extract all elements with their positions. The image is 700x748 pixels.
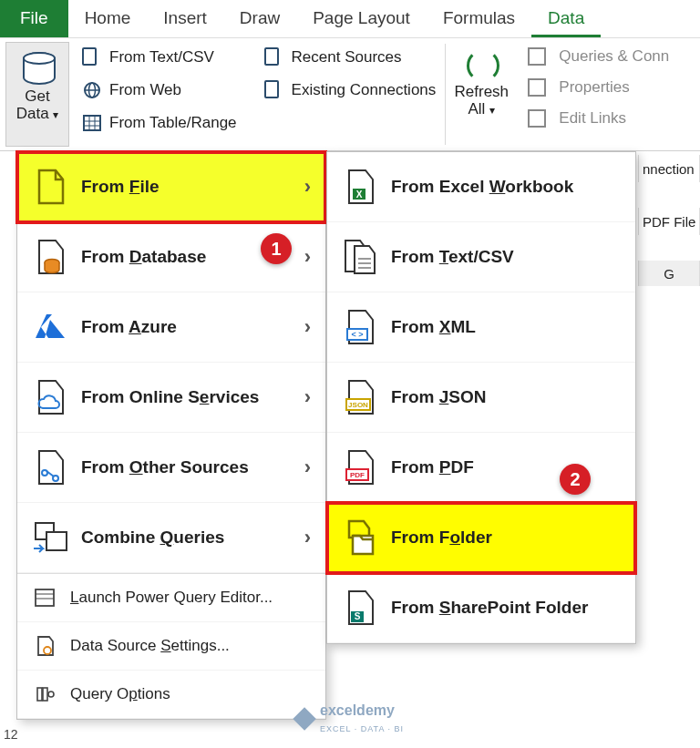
watermark-brand: exceldemy (320, 702, 395, 718)
menu-from-file-label: From File (81, 177, 160, 197)
watermark: exceldemy EXCEL · DATA · BI (296, 702, 404, 735)
ribbon: Get Data ▾ From Text/CSV From Web From T… (0, 38, 700, 151)
svg-text:S: S (355, 611, 361, 621)
from-table-range-button[interactable]: From Table/Range (77, 109, 242, 137)
submenu-from-excel-workbook[interactable]: X From Excel Workbook (327, 152, 635, 222)
submenu-from-sharepoint-folder-label: From SharePoint Folder (391, 598, 588, 618)
column-header-g[interactable]: G (638, 261, 700, 286)
from-text-csv-button[interactable]: From Text/CSV (77, 44, 242, 71)
watermark-tagline: EXCEL · DATA · BI (320, 724, 404, 733)
refresh-all-label: Refresh All (455, 83, 510, 118)
tab-formulas[interactable]: Formulas (427, 0, 531, 37)
svg-text:PDF: PDF (350, 471, 365, 479)
properties-label: Properties (559, 78, 629, 97)
settings-file-icon (32, 633, 57, 659)
submenu-from-folder-label: From Folder (391, 528, 492, 548)
submenu-from-json-label: From JSON (391, 387, 487, 407)
tab-draw[interactable]: Draw (223, 0, 296, 37)
text-csv-icon (342, 239, 378, 275)
from-web-button[interactable]: From Web (77, 77, 242, 104)
excel-file-icon: X (342, 169, 378, 205)
svg-text:JSON: JSON (348, 401, 368, 409)
file-icon (32, 169, 68, 205)
properties-button: Properties (522, 75, 674, 100)
submenu-from-sharepoint-folder[interactable]: S From SharePoint Folder (327, 573, 635, 643)
svg-text:< >: < > (351, 330, 363, 339)
database-file-icon (32, 239, 68, 275)
submenu-from-xml[interactable]: < > From XML (327, 292, 635, 363)
azure-icon (32, 309, 68, 345)
svg-rect-12 (46, 532, 67, 550)
submenu-from-pdf[interactable]: PDF From PDF (327, 433, 635, 503)
existing-connections-button[interactable]: Existing Connections (259, 77, 442, 104)
properties-icon (528, 78, 546, 97)
refresh-all-button[interactable]: Refresh All ▾ (446, 38, 517, 150)
recent-sources-label: Recent Sources (292, 48, 402, 67)
submenu-from-json[interactable]: JSON From JSON (327, 363, 635, 433)
queries-connections-label: Queries & Conn (559, 47, 669, 66)
menu-launch-pqe-label: Launch Power Query Editor... (70, 589, 273, 607)
globe-icon (82, 80, 102, 100)
queries-connections-button[interactable]: Queries & Conn (522, 44, 674, 69)
refresh-icon (461, 44, 501, 84)
other-sources-icon (32, 449, 68, 486)
chevron-right-icon (304, 315, 311, 339)
cloud-file-icon (32, 379, 68, 415)
pdf-icon: PDF (342, 449, 378, 486)
get-data-label: Get Data (16, 87, 50, 122)
menu-from-file[interactable]: From File (17, 152, 325, 222)
menu-from-online-services[interactable]: From Online Services (17, 363, 325, 433)
tab-file[interactable]: File (0, 0, 68, 37)
svg-rect-13 (36, 589, 54, 606)
menu-from-azure[interactable]: From Azure (17, 292, 325, 363)
menu-combine-queries[interactable]: Combine Queries (17, 503, 325, 573)
folder-file-icon (342, 519, 378, 556)
menu-from-azure-label: From Azure (81, 317, 177, 337)
tab-page-layout[interactable]: Page Layout (296, 0, 427, 37)
chevron-right-icon (304, 526, 311, 549)
callout-badge-2: 2 (560, 464, 591, 495)
menu-launch-power-query-editor[interactable]: Launch Power Query Editor... (17, 574, 325, 622)
chevron-right-icon (304, 456, 311, 479)
watermark-logo-icon (293, 707, 315, 730)
svg-point-19 (48, 692, 54, 697)
submenu-from-text-csv[interactable]: From Text/CSV (327, 222, 635, 292)
row-number[interactable]: 12 (4, 727, 18, 742)
file-csv-icon (82, 47, 102, 67)
tab-home[interactable]: Home (68, 0, 148, 37)
queries-icon (528, 47, 546, 66)
get-data-button[interactable]: Get Data ▾ (5, 42, 69, 147)
from-table-range-label: From Table/Range (109, 114, 237, 132)
svg-point-16 (44, 647, 51, 654)
tab-data[interactable]: Data (531, 0, 601, 37)
edit-links-button: Edit Links (522, 106, 674, 131)
options-icon (32, 681, 57, 707)
submenu-from-folder[interactable]: From Folder (327, 503, 635, 573)
menu-data-source-settings[interactable]: Data Source Settings... (17, 622, 325, 671)
ribbon-tabs: File Home Insert Draw Page Layout Formul… (0, 0, 700, 38)
svg-rect-17 (37, 688, 42, 701)
menu-combine-queries-label: Combine Queries (81, 528, 224, 548)
submenu-from-xml-label: From XML (391, 317, 476, 337)
from-file-submenu: X From Excel Workbook From Text/CSV < > … (326, 151, 636, 644)
submenu-from-text-csv-label: From Text/CSV (391, 247, 514, 267)
combine-queries-icon (32, 519, 68, 556)
menu-query-options[interactable]: Query Options (17, 671, 325, 719)
chevron-right-icon (304, 175, 311, 199)
menu-query-options-label: Query Options (70, 685, 170, 703)
links-icon (528, 109, 546, 128)
submenu-from-pdf-label: From PDF (391, 457, 474, 477)
menu-data-source-settings-label: Data Source Settings... (70, 637, 230, 655)
edit-links-label: Edit Links (559, 109, 626, 128)
svg-rect-3 (84, 116, 100, 130)
tab-insert[interactable]: Insert (147, 0, 223, 37)
menu-from-database-label: From Database (81, 247, 206, 267)
cell-pdf-label: PDF File (638, 208, 700, 235)
recent-sources-button[interactable]: Recent Sources (259, 44, 442, 71)
table-icon (82, 113, 102, 133)
callout-badge-1: 1 (261, 233, 292, 264)
clock-file-icon (264, 47, 284, 67)
menu-from-other-sources[interactable]: From Other Sources (17, 433, 325, 503)
menu-from-online-services-label: From Online Services (81, 387, 259, 407)
from-web-label: From Web (109, 81, 181, 99)
